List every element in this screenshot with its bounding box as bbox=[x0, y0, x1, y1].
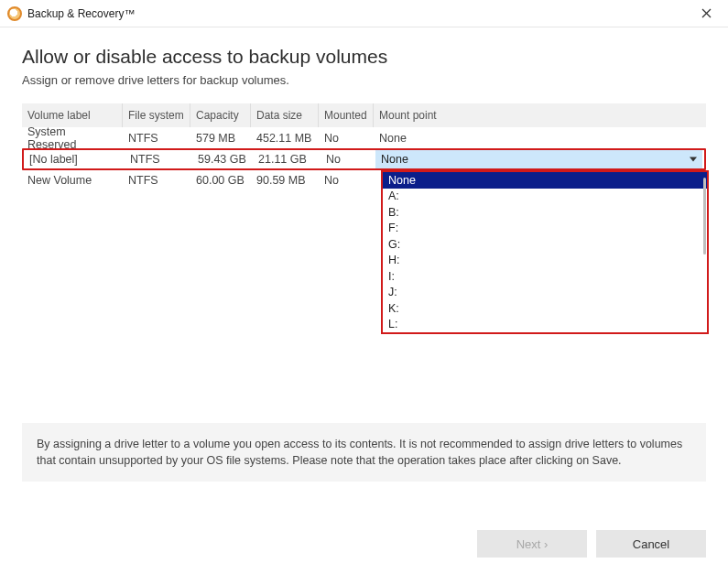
dropdown-option[interactable]: I: bbox=[383, 268, 707, 285]
page-subtitle: Assign or remove drive letters for backu… bbox=[22, 73, 706, 87]
cell-mount-point[interactable]: None bbox=[374, 132, 706, 145]
close-icon bbox=[701, 8, 712, 18]
chevron-down-icon bbox=[690, 157, 697, 162]
cell-data-size: 90.59 MB bbox=[251, 174, 319, 187]
cell-mounted: No bbox=[319, 174, 374, 187]
app-title: Backup & Recovery™ bbox=[27, 7, 135, 20]
cell-capacity: 579 MB bbox=[190, 132, 251, 145]
dropdown-scrollbar[interactable] bbox=[703, 178, 706, 255]
mount-point-dropdown-list[interactable]: None A: B: F: G: H: I: J: K: L: bbox=[381, 170, 709, 334]
content: Allow or disable access to backup volume… bbox=[0, 27, 728, 191]
dropdown-option[interactable]: H: bbox=[383, 253, 707, 269]
cell-fs: NTFS bbox=[123, 132, 190, 145]
cell-volume: System Reserved bbox=[22, 125, 123, 151]
cell-mounted: No bbox=[321, 153, 375, 166]
col-capacity[interactable]: Capacity bbox=[190, 103, 251, 127]
grid-header: Volume label File system Capacity Data s… bbox=[22, 103, 706, 127]
dropdown-option[interactable]: K: bbox=[383, 300, 707, 317]
cell-data-size: 21.11 GB bbox=[253, 153, 321, 166]
cell-mounted: No bbox=[319, 132, 374, 145]
cell-fs: NTFS bbox=[125, 153, 192, 166]
dropdown-option[interactable]: B: bbox=[383, 204, 707, 221]
dropdown-option[interactable]: L: bbox=[383, 317, 707, 333]
cell-volume: [No label] bbox=[24, 153, 125, 166]
mount-point-value: None bbox=[381, 153, 408, 166]
table-row[interactable]: System Reserved NTFS 579 MB 452.11 MB No… bbox=[22, 127, 706, 149]
cell-capacity: 60.00 GB bbox=[190, 174, 251, 187]
cell-volume: New Volume bbox=[22, 174, 123, 187]
cell-data-size: 452.11 MB bbox=[251, 132, 319, 145]
cell-mount-point-dropdown[interactable]: None bbox=[375, 150, 704, 168]
titlebar: Backup & Recovery™ bbox=[0, 0, 728, 27]
app-icon bbox=[7, 6, 22, 21]
footer: Next › Cancel bbox=[477, 530, 706, 558]
dropdown-option[interactable]: G: bbox=[383, 236, 707, 253]
col-volume-label[interactable]: Volume label bbox=[22, 103, 123, 127]
col-mounted[interactable]: Mounted bbox=[319, 103, 374, 127]
table-row-selected[interactable]: [No label] NTFS 59.43 GB 21.11 GB No Non… bbox=[22, 148, 706, 170]
dropdown-option[interactable]: None bbox=[383, 172, 707, 189]
dropdown-option[interactable]: A: bbox=[383, 189, 707, 205]
next-button[interactable]: Next › bbox=[477, 530, 587, 558]
close-button[interactable] bbox=[688, 0, 724, 27]
volumes-grid: Volume label File system Capacity Data s… bbox=[22, 103, 706, 191]
cancel-button[interactable]: Cancel bbox=[596, 530, 706, 558]
cell-capacity: 59.43 GB bbox=[192, 153, 253, 166]
dropdown-option[interactable]: J: bbox=[383, 285, 707, 301]
info-panel: By assigning a drive letter to a volume … bbox=[22, 423, 706, 482]
col-data-size[interactable]: Data size bbox=[251, 103, 319, 127]
cell-fs: NTFS bbox=[123, 174, 190, 187]
page-heading: Allow or disable access to backup volume… bbox=[22, 46, 706, 68]
col-file-system[interactable]: File system bbox=[123, 103, 190, 127]
dropdown-option[interactable]: F: bbox=[383, 221, 707, 237]
col-mount-point[interactable]: Mount point bbox=[374, 103, 706, 127]
